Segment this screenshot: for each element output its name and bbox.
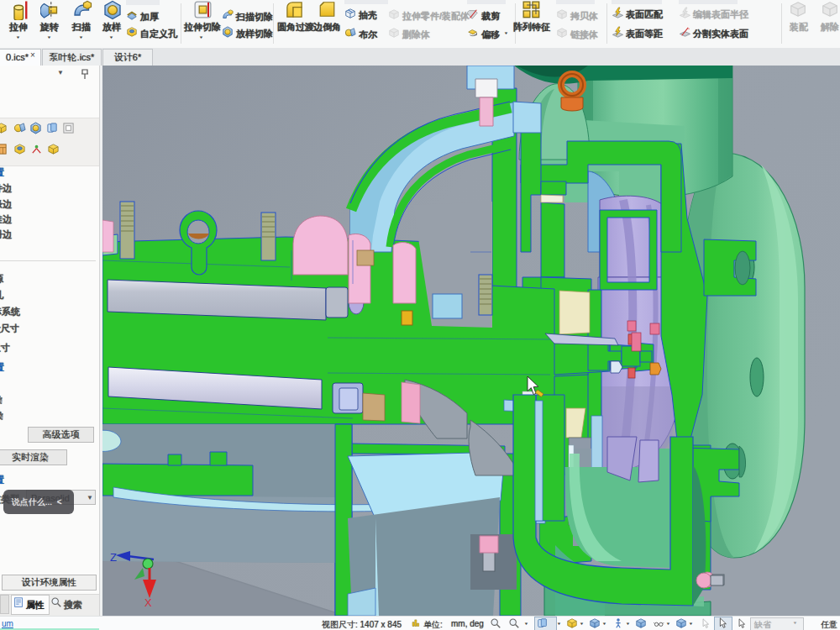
svg-text:X: X (144, 596, 152, 609)
svg-text:Z: Z (110, 551, 117, 564)
